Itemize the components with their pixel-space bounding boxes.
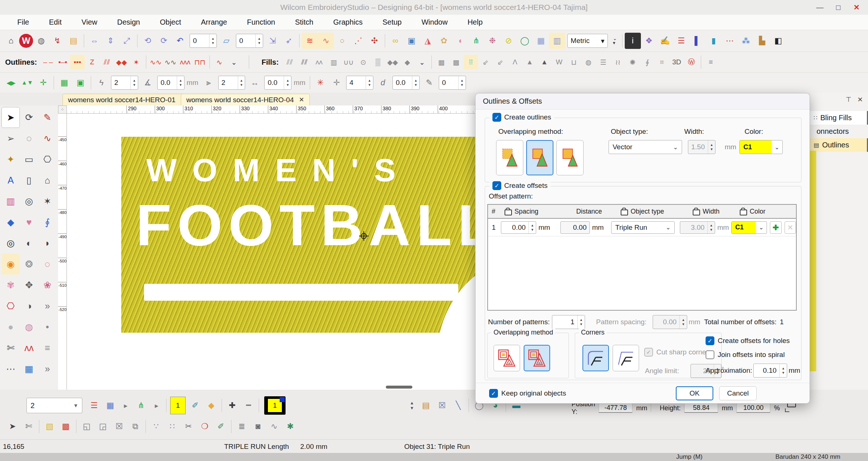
separator[interactable] [299, 34, 300, 47]
camera-icon[interactable]: ◙ [250, 418, 266, 435]
round-corners-button[interactable] [582, 345, 609, 371]
hoop-layout-icon[interactable]: ▥ [549, 33, 565, 49]
overlap-cut-button[interactable] [556, 140, 584, 175]
outline-square-run-icon[interactable]: ▪▪▪ [70, 55, 85, 69]
table-column-header[interactable]: # [488, 208, 501, 215]
panel-tab-bling-fills[interactable]: ∷ Bling Fills [810, 111, 868, 125]
remove-color-icon[interactable]: ━ [240, 397, 257, 414]
separator[interactable] [39, 420, 39, 433]
tool-select[interactable]: ➤ [1, 107, 20, 128]
menu-item[interactable]: Setup [373, 18, 412, 26]
tool-circle-pen[interactable]: ◌ [20, 128, 38, 149]
pattern-spacing-spinner[interactable]: 0.00 ▲▼ [653, 315, 687, 329]
outline-star-icon[interactable]: ✶ [129, 55, 144, 69]
tool-diamond[interactable]: ◆ [1, 212, 20, 233]
pointer-small-icon[interactable]: ➤ [4, 418, 21, 435]
scale-by-10-icon[interactable]: ⇲ [265, 33, 281, 49]
spin-up-icon[interactable]: ▲ [256, 36, 263, 41]
fill-satin-icon[interactable]: ⫽⫽ [282, 55, 297, 69]
table-column-header[interactable]: Width [689, 207, 736, 215]
stitch-motif-icon[interactable]: ⋰ [350, 33, 366, 49]
outline-color-select[interactable]: C1 ⌄ [739, 140, 783, 154]
team-names-icon[interactable]: ⁂ [738, 33, 754, 49]
zigzag-param-icon[interactable]: ϟ [93, 75, 110, 91]
pen-sparkle-icon[interactable]: ✐ [213, 418, 229, 435]
magic-wand-icon[interactable]: ▧ [42, 418, 58, 435]
open-folders-icon[interactable]: ▤ [65, 33, 82, 49]
menu-item[interactable]: Arrange [191, 18, 237, 26]
flower-shape-icon[interactable]: ✿ [436, 33, 452, 49]
add-offset-button[interactable]: ✚ [770, 221, 781, 234]
effect-peak3-icon[interactable]: ▲ [537, 55, 552, 69]
effect-lines-icon[interactable]: ☰ [596, 55, 610, 69]
tool-spiral[interactable]: ❂ [20, 254, 38, 275]
cut-sharp-corners-checkbox[interactable]: ✓ [644, 348, 653, 357]
triple-run-icon[interactable]: ∿∿ [163, 55, 178, 69]
separator[interactable] [146, 420, 146, 433]
repeat-count-spinner[interactable]: 4▲▼ [346, 76, 373, 90]
units-select[interactable]: Metric ▾ [567, 34, 608, 48]
tool-columns[interactable]: ▥ [1, 191, 20, 212]
overlap-keep-holes-button[interactable] [496, 140, 523, 175]
overlap-merge-button[interactable] [526, 140, 553, 175]
color-list-icon[interactable]: ☰ [86, 397, 102, 414]
tool-ellipse[interactable]: ◎ [20, 191, 38, 212]
delete-offset-button[interactable]: ✕ [785, 221, 796, 234]
angle-param-icon[interactable]: ∡ [140, 75, 156, 91]
mirror-array-icon[interactable]: ▣ [72, 75, 89, 91]
effect-texture-icon[interactable]: ◍ [581, 55, 596, 69]
table-column-header[interactable]: Distance [573, 208, 617, 215]
join-offsets-into-spiral-checkbox[interactable] [706, 350, 714, 359]
approximation-spinner[interactable]: 0.10 ▲▼ [753, 364, 787, 378]
lock-icon[interactable] [692, 207, 700, 215]
tool-swirl[interactable]: ∮ [38, 212, 57, 233]
tool-donut[interactable]: ◍ [20, 317, 38, 337]
outline-dash-icon[interactable]: ‒ ‒ [41, 55, 55, 69]
offset-row[interactable]: 1 0.00 ▲▼ mm 0.00 mm Triple Run⌄ 3.00 ▲▼… [488, 219, 796, 236]
color-swatch-1[interactable]: 1 [170, 397, 186, 414]
create-outlines-checkbox[interactable]: ✓ [492, 113, 501, 122]
rotate-cw-icon[interactable]: ⟳ [156, 33, 172, 49]
check-pattern-icon[interactable]: ▩ [58, 418, 74, 435]
print-notes-icon[interactable]: ✍ [657, 33, 673, 49]
lock-icon[interactable] [620, 207, 628, 215]
tool-curve[interactable]: ∿ [38, 128, 57, 149]
offset-color-select[interactable]: C1 ⌄ [731, 221, 767, 234]
sharp-corners-button[interactable] [613, 345, 639, 371]
star-array-icon[interactable]: ✳ [312, 75, 329, 91]
tool-ring[interactable]: ◎ [1, 233, 20, 254]
effect-peak1-icon[interactable]: Λ [507, 55, 522, 69]
fill-loop-icon[interactable]: ∪∪ [341, 55, 356, 69]
toolbar-overflow-icon[interactable]: ⌄▾ [613, 36, 617, 45]
outline-more-icon[interactable]: ⌄ [227, 55, 241, 69]
scroll-down-icon[interactable]: ▼ [410, 406, 414, 410]
spacing-spinner[interactable]: 0.00 ▲▼ [501, 221, 536, 234]
separator[interactable] [469, 399, 469, 412]
menu-item[interactable]: View [72, 18, 107, 26]
outline-satin-icon[interactable]: ⫽⫽ [100, 55, 114, 69]
compare-boxes-icon[interactable]: ⧉ [127, 418, 143, 435]
separator[interactable] [431, 56, 432, 69]
separator[interactable] [231, 420, 232, 433]
separator[interactable] [209, 56, 210, 69]
effect-fan-icon[interactable]: ⇙ [493, 55, 507, 69]
offset2-spinner[interactable]: 0.0▲▼ [264, 76, 291, 90]
tool-motif-m[interactable]: ʌʌ [20, 337, 38, 358]
add-color-icon[interactable]: ✚ [224, 397, 240, 414]
grid-icon[interactable]: ▦ [533, 33, 549, 49]
effect-grid-icon[interactable]: ▦ [434, 55, 449, 69]
minimize-button[interactable]: — [811, 0, 829, 15]
bead-string-icon[interactable]: ∷ [164, 418, 180, 435]
tool-rectangle[interactable]: ▭ [20, 149, 38, 170]
product-tshirt-icon[interactable]: ⋔ [133, 397, 149, 414]
effect-peak2-icon[interactable]: ▲ [522, 55, 537, 69]
canvas-hscrollbar-thumb[interactable] [386, 386, 412, 389]
menu-item[interactable]: File [7, 18, 39, 26]
spin-down-icon[interactable]: ▼ [256, 41, 263, 45]
crop-x-icon[interactable]: ☒ [111, 418, 127, 435]
create-offsets-for-holes-checkbox[interactable]: ✓ [706, 336, 714, 345]
zigzag-stitch-icon[interactable]: ʌʌʌ [178, 55, 193, 69]
effect-column-icon[interactable]: ⊔ [566, 55, 581, 69]
tool-lines[interactable]: ≡ [38, 337, 57, 358]
lock-icon[interactable] [504, 207, 512, 215]
